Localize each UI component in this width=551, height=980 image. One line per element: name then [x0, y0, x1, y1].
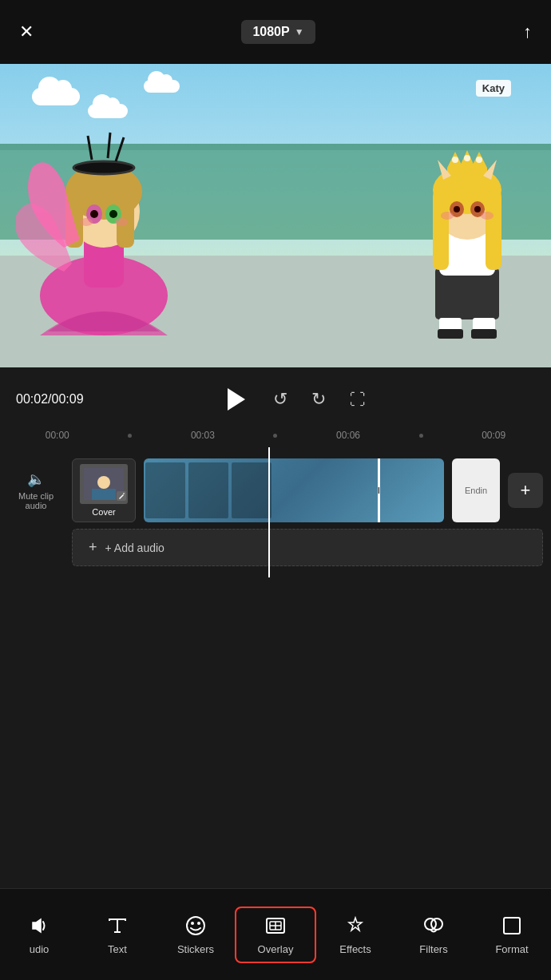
svg-point-48 [191, 922, 194, 925]
add-audio-row[interactable]: + + Add audio [72, 529, 543, 566]
character-name-tag: Katy [476, 80, 511, 97]
controls-center: ↺ ↻ ⛶ [220, 385, 366, 414]
effects-icon [344, 915, 367, 937]
ruler-container: 00:00 00:03 00:06 00:09 [0, 430, 551, 441]
ruler-dot-1 [128, 434, 132, 438]
edit-icon [117, 491, 126, 501]
playback-controls: 00:02/00:09 ↺ ↻ ⛶ [0, 375, 551, 423]
add-audio-label: + Add audio [105, 542, 165, 554]
svg-rect-39 [438, 329, 463, 339]
svg-point-33 [441, 212, 454, 220]
svg-line-9 [116, 137, 124, 161]
forward-button[interactable]: ↻ [311, 389, 326, 410]
svg-rect-20 [433, 190, 449, 270]
stickers-label: Stickers [177, 943, 214, 955]
audio-label: audio [26, 501, 47, 510]
ruler-mark-2: 00:06 [336, 430, 360, 441]
cover-label: Cover [92, 507, 115, 517]
svg-point-32 [474, 206, 481, 212]
cover-thumbnail [80, 464, 128, 504]
svg-point-6 [73, 161, 134, 174]
cover-clip[interactable]: Cover [72, 458, 136, 522]
toolbar-item-text[interactable]: Text [78, 907, 157, 963]
main-clip[interactable]: I [144, 458, 444, 522]
audio-icon [28, 915, 50, 937]
svg-point-34 [481, 212, 494, 220]
clip-frame-3 [232, 462, 272, 518]
split-icon: I [378, 482, 380, 498]
current-time: 00:02 [16, 392, 48, 406]
toolbar-item-overlay[interactable]: Overlay [235, 907, 316, 963]
play-icon [228, 388, 245, 411]
overlay-label: Overlay [258, 943, 294, 955]
mute-label: Mute clip [18, 491, 54, 501]
text-label: Text [108, 943, 127, 955]
timeline-ruler: 00:00 00:03 00:06 00:09 [0, 423, 551, 447]
svg-rect-43 [92, 489, 116, 500]
end-clip-label: Endin [465, 486, 487, 495]
svg-rect-22 [447, 168, 487, 181]
fullscreen-button[interactable]: ⛶ [350, 391, 366, 409]
clip-frame-1 [145, 462, 185, 518]
add-audio-icon: + [89, 539, 97, 556]
character-left [16, 88, 224, 343]
ruler-mark-0: 00:00 [46, 430, 69, 441]
end-clip[interactable]: Endin [452, 458, 500, 522]
bottom-toolbar: udio Text Stickers Overlay [0, 888, 551, 980]
resolution-selector[interactable]: 1080P ▼ [241, 20, 315, 44]
svg-point-15 [115, 218, 128, 226]
svg-point-49 [197, 922, 200, 925]
audio-label: udio [30, 943, 50, 955]
timeline-tracks: 🔈 Mute clip audio [0, 447, 551, 577]
filters-label: Filters [419, 943, 447, 955]
resolution-label: 1080P [252, 25, 289, 39]
svg-rect-56 [504, 918, 520, 934]
stickers-icon [184, 915, 207, 937]
svg-point-13 [109, 210, 117, 218]
video-background: Katy [0, 64, 551, 367]
ruler-mark-3: 00:09 [482, 430, 505, 441]
format-icon [501, 915, 523, 937]
svg-point-42 [97, 476, 110, 489]
volume-icon[interactable]: 🔈 [27, 470, 45, 488]
clip-preview [144, 458, 444, 522]
svg-point-14 [80, 218, 93, 226]
svg-point-27 [464, 155, 470, 161]
header: ✕ 1080P ▼ ↑ [0, 0, 551, 64]
filters-icon [422, 915, 445, 937]
toolbar-item-effects[interactable]: Effects [316, 907, 394, 963]
svg-point-28 [476, 157, 482, 163]
ruler-mark-1: 00:03 [191, 430, 215, 441]
svg-point-47 [187, 917, 204, 934]
export-button[interactable]: ↑ [523, 22, 532, 42]
toolbar-item-filters[interactable]: Filters [394, 907, 473, 963]
close-button[interactable]: ✕ [19, 22, 34, 42]
rewind-button[interactable]: ↺ [273, 389, 287, 410]
total-time: 00:09 [52, 392, 84, 406]
chevron-down-icon: ▼ [295, 26, 304, 38]
clip-split-handle[interactable]: I [378, 458, 380, 522]
timeline-area: 00:02/00:09 ↺ ↻ ⛶ 00:00 00:03 00:06 00:0… [0, 367, 551, 577]
playhead [268, 447, 270, 577]
svg-rect-21 [486, 190, 501, 270]
toolbar-item-format[interactable]: Format [473, 907, 551, 963]
svg-point-31 [454, 206, 460, 212]
time-display: 00:02/00:09 [16, 392, 84, 407]
ruler-dot-3 [419, 434, 423, 438]
add-clip-button[interactable]: + [508, 473, 543, 508]
toolbar-item-stickers[interactable]: Stickers [157, 907, 235, 963]
character-right [399, 144, 535, 343]
track-controls: 🔈 Mute clip audio [8, 470, 64, 510]
video-preview: Katy [0, 64, 551, 367]
svg-point-12 [90, 210, 98, 218]
toolbar-item-audio[interactable]: udio [0, 907, 78, 963]
svg-point-26 [452, 157, 458, 163]
overlay-icon [264, 915, 287, 937]
svg-line-8 [108, 133, 110, 158]
play-button[interactable] [220, 385, 249, 414]
svg-line-7 [88, 136, 92, 160]
text-icon [106, 915, 129, 937]
format-label: Format [495, 943, 528, 955]
add-icon: + [521, 480, 531, 501]
clip-frame-2 [188, 462, 228, 518]
